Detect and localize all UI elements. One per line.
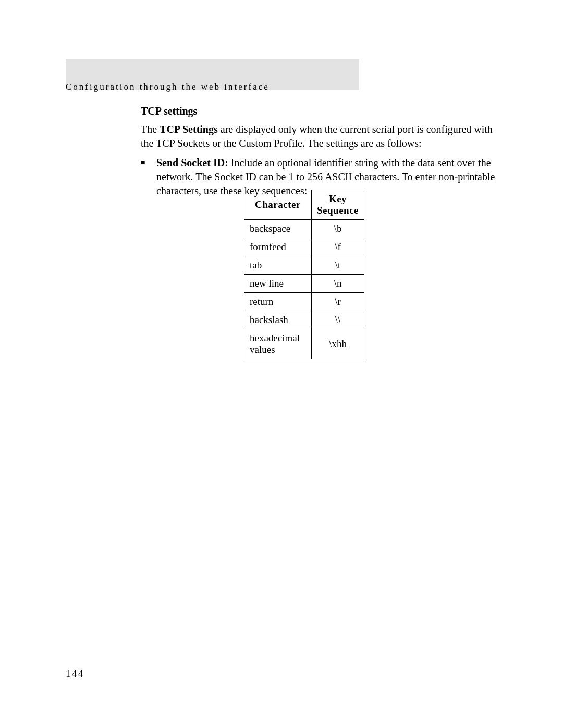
cell-character: backslash — [244, 311, 312, 329]
table-header-key-sequence: Key Sequence — [312, 190, 364, 220]
table-row: backslash \\ — [244, 311, 364, 329]
table-header-row: Character Key Sequence — [244, 190, 364, 220]
table-header-key: Key — [329, 193, 347, 204]
cell-sequence: \r — [312, 292, 364, 311]
table-body: backspace \b formfeed \f tab \t new line… — [244, 219, 364, 359]
intro-bold: TCP Settings — [160, 124, 218, 135]
intro-paragraph: The TCP Settings are displayed only when… — [141, 122, 495, 151]
cell-sequence: \t — [312, 256, 364, 274]
table-row: formfeed \f — [244, 238, 364, 256]
key-sequence-table: Character Key Sequence backspace \b form… — [244, 190, 364, 359]
table-row: hexadecimal values \xhh — [244, 329, 364, 359]
section-title: TCP settings — [141, 105, 495, 117]
cell-character: return — [244, 292, 312, 311]
table-header-character: Character — [244, 190, 312, 220]
bullet-label: Send Socket ID: — [156, 157, 228, 168]
cell-sequence: \xhh — [312, 329, 364, 359]
cell-sequence: \f — [312, 238, 364, 256]
key-sequence-table-wrap: Character Key Sequence backspace \b form… — [244, 190, 364, 359]
table-row: tab \t — [244, 256, 364, 274]
cell-sequence: \n — [312, 274, 364, 292]
content-block: TCP settings The TCP Settings are displa… — [141, 105, 495, 198]
table-header-sequence: Sequence — [317, 205, 359, 216]
cell-sequence: \b — [312, 219, 364, 238]
cell-character: new line — [244, 274, 312, 292]
intro-pre: The — [141, 124, 160, 135]
table-row: backspace \b — [244, 219, 364, 238]
table-row: new line \n — [244, 274, 364, 292]
cell-character: backspace — [244, 219, 312, 238]
cell-character: tab — [244, 256, 312, 274]
cell-sequence: \\ — [312, 311, 364, 329]
table-row: return \r — [244, 292, 364, 311]
page-number: 144 — [66, 669, 84, 680]
cell-character: formfeed — [244, 238, 312, 256]
page: Configuration through the web interface … — [0, 0, 563, 728]
cell-character: hexadecimal values — [244, 329, 312, 359]
running-header: Configuration through the web interface — [66, 82, 270, 92]
bullet-glyph: ■ — [141, 156, 156, 167]
